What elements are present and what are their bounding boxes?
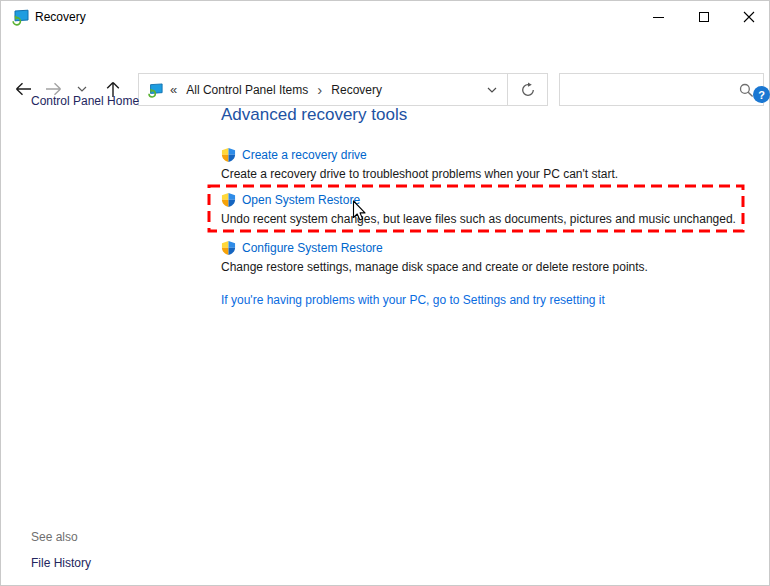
task-configure-system-restore: Configure System Restore Change restore … <box>221 240 648 274</box>
configure-system-restore-label: Configure System Restore <box>242 241 383 255</box>
close-icon <box>743 11 755 23</box>
maximize-icon <box>699 12 709 22</box>
refresh-button[interactable] <box>507 74 547 105</box>
minimize-icon <box>653 17 664 18</box>
question-icon: ? <box>758 89 765 101</box>
breadcrumb-overflow[interactable]: « <box>170 82 177 97</box>
breadcrumb-separator-icon: › <box>317 82 322 97</box>
address-bar[interactable]: « All Control Panel Items › Recovery <box>138 73 548 106</box>
open-system-restore-description: Undo recent system changes, but leave fi… <box>221 212 736 226</box>
recovery-icon <box>147 82 163 98</box>
recovery-window: Recovery <box>0 0 770 586</box>
search-input[interactable] <box>560 74 763 105</box>
close-button[interactable] <box>727 1 770 33</box>
settings-reset-link[interactable]: If you're having problems with your PC, … <box>221 293 605 307</box>
configure-system-restore-link[interactable]: Configure System Restore <box>221 240 648 256</box>
breadcrumb-item-all-control-panel-items[interactable]: All Control Panel Items <box>186 83 308 97</box>
navigation-toolbar: « All Control Panel Items › Recovery <box>1 33 769 79</box>
window-titlebar: Recovery <box>1 1 769 33</box>
chevron-down-icon <box>77 86 87 92</box>
minimize-button[interactable] <box>635 1 681 33</box>
uac-shield-icon <box>221 192 236 208</box>
create-recovery-drive-label: Create a recovery drive <box>242 148 367 162</box>
task-open-system-restore: Open System Restore Undo recent system c… <box>221 192 736 226</box>
refresh-icon <box>520 82 536 98</box>
uac-shield-icon <box>221 147 236 163</box>
page-title: Advanced recovery tools <box>221 105 407 125</box>
uac-shield-icon <box>221 240 236 256</box>
chevron-down-icon <box>487 87 497 93</box>
open-system-restore-label: Open System Restore <box>242 193 360 207</box>
search-box <box>559 73 764 106</box>
back-arrow-icon <box>15 82 32 96</box>
create-recovery-drive-description: Create a recovery drive to troubleshoot … <box>221 167 618 181</box>
sidebar-item-file-history[interactable]: File History <box>31 556 91 570</box>
recovery-app-icon <box>11 8 29 26</box>
see-also-label: See also <box>31 530 78 544</box>
sidebar-item-control-panel-home[interactable]: Control Panel Home <box>31 94 139 108</box>
open-system-restore-link[interactable]: Open System Restore <box>221 192 736 208</box>
breadcrumb-item-recovery[interactable]: Recovery <box>331 83 382 97</box>
create-recovery-drive-link[interactable]: Create a recovery drive <box>221 147 618 163</box>
search-icon[interactable] <box>739 83 754 98</box>
configure-system-restore-description: Change restore settings, manage disk spa… <box>221 260 648 274</box>
window-title: Recovery <box>35 10 86 24</box>
help-button[interactable]: ? <box>753 86 770 103</box>
address-dropdown-button[interactable] <box>477 74 507 105</box>
task-create-recovery-drive: Create a recovery drive Create a recover… <box>221 147 618 181</box>
maximize-button[interactable] <box>681 1 727 33</box>
